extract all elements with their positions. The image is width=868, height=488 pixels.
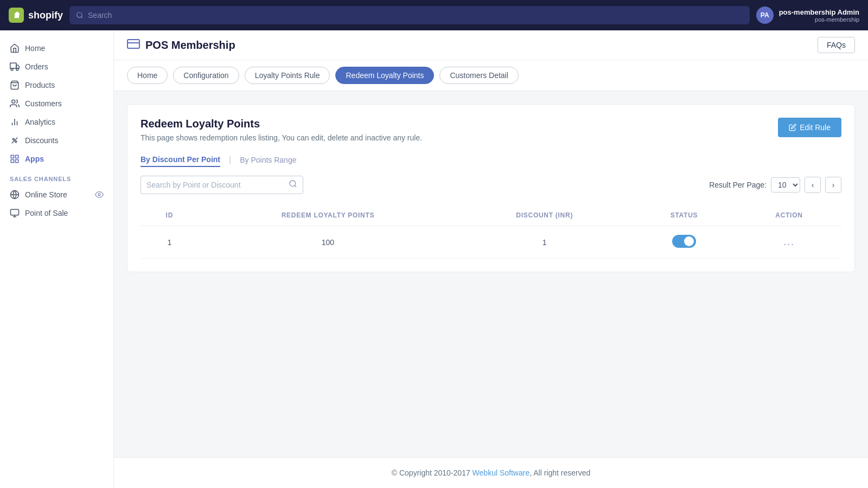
customers-icon [10, 99, 20, 108]
apps-icon [10, 154, 20, 164]
sidebar-item-discounts[interactable]: Discounts [0, 131, 113, 150]
content-area: Redeem Loyalty Points This page shows re… [114, 91, 868, 457]
svg-rect-24 [127, 40, 139, 48]
logo: shopify [9, 8, 63, 23]
cell-action: ... [737, 226, 841, 259]
tab-customers-detail[interactable]: Customers Detail [439, 67, 518, 84]
svg-marker-3 [16, 65, 19, 68]
user-name: pos-membership Admin [779, 8, 859, 16]
col-discount: DISCOUNT (INR) [457, 205, 631, 226]
analytics-icon [10, 117, 20, 127]
sidebar-label-customers: Customers [25, 99, 62, 108]
user-menu[interactable]: PA pos-membership Admin pos-membership [756, 7, 859, 24]
sidebar-item-products[interactable]: Products [0, 76, 113, 94]
svg-point-4 [11, 68, 13, 70]
sales-channels-label: SALES CHANNELS [0, 168, 113, 185]
col-action: ACTION [737, 205, 841, 226]
sidebar-label-point-of-sale: Point of Sale [25, 209, 68, 217]
sidebar-label-discounts: Discounts [25, 136, 58, 145]
svg-rect-14 [11, 155, 14, 158]
search-input[interactable] [88, 11, 743, 20]
shopify-logo-icon [9, 8, 24, 23]
sub-tab-by-discount[interactable]: By Discount Per Point [141, 153, 220, 167]
status-toggle[interactable] [672, 235, 696, 248]
search-bar[interactable] [69, 6, 750, 24]
svg-point-0 [77, 12, 82, 17]
svg-rect-2 [10, 63, 16, 68]
edit-rule-label: Edit Rule [800, 123, 831, 132]
sidebar-item-customers[interactable]: Customers [0, 94, 113, 113]
toggle-slider [672, 235, 696, 248]
page-header-icon [127, 37, 140, 53]
edit-icon [789, 124, 796, 131]
svg-point-26 [290, 181, 296, 187]
pos-icon [10, 208, 20, 218]
online-store-icon [10, 190, 20, 200]
sidebar-label-products: Products [25, 81, 55, 89]
cell-id: 1 [141, 226, 199, 259]
tabs-row: Home Configuration Loyalty Points Rule R… [114, 60, 868, 91]
orders-icon [10, 62, 20, 72]
membership-icon [127, 37, 140, 50]
sub-tab-by-points-range[interactable]: By Points Range [240, 153, 296, 166]
sidebar-label-online-store: Online Store [25, 190, 67, 199]
footer: © Copyright 2010-2017 Webkul Software, A… [114, 457, 868, 488]
table-controls: Result Per Page: 10 25 50 ‹ › [141, 176, 841, 194]
tab-configuration[interactable]: Configuration [173, 67, 239, 84]
pagination-controls: Result Per Page: 10 25 50 ‹ › [709, 177, 841, 193]
sidebar: Home Orders Products Customers Analytics… [0, 30, 114, 488]
sidebar-item-point-of-sale[interactable]: Point of Sale [0, 204, 113, 222]
top-navigation: shopify PA pos-membership Admin pos-memb… [0, 0, 868, 30]
svg-line-1 [81, 17, 83, 18]
sidebar-label-home: Home [25, 44, 45, 53]
result-per-page-select[interactable]: 10 25 50 [771, 177, 800, 192]
svg-point-11 [12, 138, 14, 140]
sidebar-label-apps: Apps [25, 155, 44, 163]
sidebar-item-home[interactable]: Home [0, 39, 113, 57]
faqs-button[interactable]: FAQs [818, 37, 855, 53]
tab-redeem-loyalty-points[interactable]: Redeem Loyalty Points [335, 67, 434, 84]
data-table: ID REDEEM LOYALTY POINTS DISCOUNT (INR) … [141, 205, 841, 259]
col-id: ID [141, 205, 199, 226]
tab-loyalty-points-rule[interactable]: Loyalty Points Rule [245, 67, 330, 84]
search-icon [76, 11, 84, 19]
next-page-button[interactable]: › [825, 177, 841, 193]
sidebar-item-apps[interactable]: Apps [0, 150, 113, 168]
svg-point-20 [98, 194, 100, 196]
svg-rect-21 [11, 209, 19, 215]
avatar: PA [756, 7, 774, 24]
eye-icon [95, 190, 104, 199]
products-icon [10, 80, 20, 90]
result-per-page-label: Result Per Page: [709, 181, 767, 189]
prev-page-button[interactable]: ‹ [805, 177, 821, 193]
footer-link[interactable]: Webkul Software [473, 468, 530, 477]
col-status: STATUS [631, 205, 737, 226]
page-header: POS Membership FAQs [114, 30, 868, 60]
discounts-icon [10, 136, 20, 145]
main-content: POS Membership FAQs Home Configuration L… [114, 30, 868, 488]
svg-rect-16 [11, 160, 14, 163]
sidebar-item-online-store[interactable]: Online Store [0, 185, 113, 204]
table-header-row: ID REDEEM LOYALTY POINTS DISCOUNT (INR) … [141, 205, 841, 226]
table-row: 1 100 1 ... [141, 226, 841, 259]
footer-text-before: © Copyright 2010-2017 [392, 468, 473, 477]
card-description: This page shows redemption rules listing… [141, 133, 422, 142]
cell-discount: 1 [457, 226, 631, 259]
sidebar-item-analytics[interactable]: Analytics [0, 113, 113, 131]
home-icon [10, 43, 20, 53]
col-redeem: REDEEM LOYALTY POINTS [199, 205, 458, 226]
sidebar-item-orders[interactable]: Orders [0, 57, 113, 76]
sidebar-label-analytics: Analytics [25, 118, 55, 126]
sub-tab-divider: | [229, 155, 231, 165]
svg-rect-15 [16, 155, 18, 158]
sub-tabs: By Discount Per Point | By Points Range [141, 153, 841, 167]
edit-rule-button[interactable]: Edit Rule [778, 118, 841, 137]
action-menu-trigger[interactable]: ... [783, 236, 795, 247]
cell-status [631, 226, 737, 259]
content-card: Redeem Loyalty Points This page shows re… [127, 104, 855, 272]
svg-point-12 [15, 141, 17, 143]
tab-home[interactable]: Home [127, 67, 168, 84]
table-search-input[interactable] [146, 181, 289, 189]
search-box[interactable] [141, 176, 303, 194]
page-title: POS Membership [145, 39, 235, 52]
